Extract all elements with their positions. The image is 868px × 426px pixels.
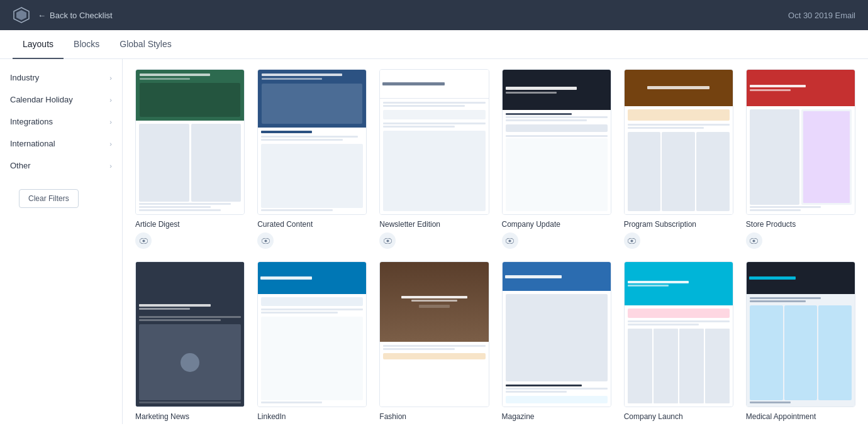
sidebar-label-calendar: Calendar Holiday <box>10 95 73 104</box>
template-thumb-marketing-news <box>135 261 245 407</box>
template-label-curated-content: Curated Content <box>257 220 367 229</box>
template-thumb-newsletter-edition <box>379 69 489 215</box>
svg-point-3 <box>142 239 145 242</box>
eye-button-article-digest[interactable] <box>135 232 152 249</box>
eye-button-program-subscription[interactable] <box>624 232 640 249</box>
template-preview-curated-content <box>257 232 367 249</box>
template-thumb-store-products <box>746 69 855 215</box>
template-label-marketing-news: Marketing News <box>135 412 245 421</box>
template-card-fashion[interactable]: Fashion <box>379 261 489 424</box>
header-date-email: Oct 30 2019 Email <box>788 11 855 20</box>
sidebar-label-integrations: Integrations <box>10 117 53 126</box>
template-preview-article-digest <box>135 232 245 249</box>
template-label-linkedin: LinkedIn <box>257 412 367 421</box>
template-card-linkedin[interactable]: LinkedIn <box>257 261 367 424</box>
eye-button-company-update[interactable] <box>502 232 518 249</box>
template-thumb-company-update <box>502 69 611 215</box>
sidebar-label-international: International <box>10 139 55 148</box>
template-label-program-subscription: Program Subscription <box>624 220 733 229</box>
app-header: ← Back to Checklist Oct 30 2019 Email <box>0 0 868 30</box>
template-label-magazine: Magazine <box>502 412 611 421</box>
template-card-article-digest[interactable]: Article Digest <box>135 69 245 249</box>
template-preview-company-update <box>502 232 611 249</box>
template-preview-program-subscription <box>624 232 733 249</box>
templates-content: Article Digest <box>123 59 868 424</box>
chevron-icon-calendar: › <box>109 96 112 104</box>
template-label-fashion: Fashion <box>379 412 489 421</box>
template-thumb-medical-appointment <box>746 261 855 407</box>
eye-button-newsletter-edition[interactable] <box>379 232 396 249</box>
svg-point-9 <box>509 239 511 242</box>
back-to-checklist-button[interactable]: ← Back to Checklist <box>38 11 113 20</box>
chevron-icon-other: › <box>109 162 112 170</box>
template-preview-store-products <box>746 232 855 249</box>
template-thumb-company-launch <box>624 261 733 407</box>
main-layout: Industry › Calendar Holiday › Integratio… <box>0 59 868 424</box>
eye-button-store-products[interactable] <box>746 232 762 249</box>
template-thumb-magazine <box>502 261 611 407</box>
tab-blocks[interactable]: Blocks <box>64 30 109 59</box>
template-card-newsletter-edition[interactable]: Newsletter Edition <box>379 69 489 249</box>
header-left: ← Back to Checklist <box>13 6 113 24</box>
svg-point-7 <box>386 239 389 242</box>
svg-point-11 <box>631 239 633 242</box>
template-card-medical-appointment[interactable]: Medical Appointment <box>746 261 855 424</box>
template-label-article-digest: Article Digest <box>135 220 245 229</box>
sidebar-label-industry: Industry <box>10 73 39 82</box>
templates-grid: Article Digest <box>135 69 855 424</box>
clear-filters-button[interactable]: Clear Filters <box>19 189 79 208</box>
template-preview-newsletter-edition <box>379 232 489 249</box>
chevron-icon-international: › <box>109 140 112 148</box>
tabs-bar: Layouts Blocks Global Styles <box>0 30 868 59</box>
template-card-magazine[interactable]: Magazine <box>502 261 611 424</box>
template-thumb-linkedin <box>257 261 367 407</box>
sidebar-label-other: Other <box>10 161 31 170</box>
svg-point-13 <box>753 239 755 242</box>
template-card-company-launch[interactable]: Company Launch <box>624 261 733 424</box>
back-arrow-icon: ← <box>38 11 46 20</box>
chevron-icon-integrations: › <box>109 118 112 126</box>
template-label-company-launch: Company Launch <box>624 412 733 421</box>
back-label: Back to Checklist <box>50 11 113 20</box>
tab-global-styles[interactable]: Global Styles <box>109 30 181 59</box>
eye-button-curated-content[interactable] <box>257 232 274 249</box>
template-label-store-products: Store Products <box>746 220 855 229</box>
sidebar-item-integrations[interactable]: Integrations › <box>0 111 122 133</box>
template-card-store-products[interactable]: Store Products <box>746 69 855 249</box>
template-label-medical-appointment: Medical Appointment <box>746 412 855 421</box>
template-label-company-update: Company Update <box>502 220 611 229</box>
template-card-company-update[interactable]: Company Update <box>502 69 611 249</box>
sidebar-item-industry[interactable]: Industry › <box>0 67 122 89</box>
template-card-marketing-news[interactable]: Marketing News <box>135 261 245 424</box>
svg-point-5 <box>264 239 267 242</box>
template-thumb-article-digest <box>135 69 245 215</box>
template-thumb-curated-content <box>257 69 367 215</box>
tab-layouts[interactable]: Layouts <box>13 30 64 59</box>
sidebar-item-calendar-holiday[interactable]: Calendar Holiday › <box>0 89 122 111</box>
template-thumb-program-subscription <box>624 69 733 215</box>
chevron-icon-industry: › <box>109 74 112 82</box>
svg-marker-1 <box>16 10 26 20</box>
template-card-curated-content[interactable]: Curated Content <box>257 69 367 249</box>
sidebar: Industry › Calendar Holiday › Integratio… <box>0 59 123 424</box>
template-label-newsletter-edition: Newsletter Edition <box>379 220 489 229</box>
sidebar-item-international[interactable]: International › <box>0 133 122 155</box>
app-logo <box>13 6 30 24</box>
template-thumb-fashion <box>379 261 489 407</box>
sidebar-item-other[interactable]: Other › <box>0 155 122 177</box>
template-card-program-subscription[interactable]: Program Subscription <box>624 69 733 249</box>
